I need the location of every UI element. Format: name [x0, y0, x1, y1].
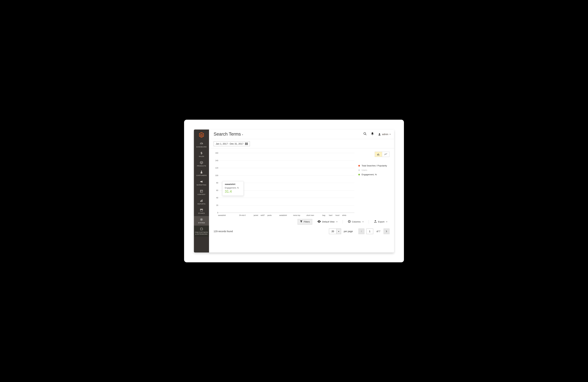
search-icon[interactable]: [363, 132, 367, 136]
gridline: [219, 213, 354, 213]
grid-actions: Filters Default View ▾ Columns ▾: [209, 218, 394, 227]
sidebar-item-system[interactable]: SYSTEM: [194, 216, 209, 226]
gear-icon: [200, 218, 203, 221]
y-axis-tick: 80: [214, 182, 218, 184]
y-axis-tick: 0: [214, 212, 218, 214]
sidebar-item-marketing[interactable]: MARKETING: [194, 178, 209, 188]
sidebar-item-products[interactable]: PRODUCTS: [194, 159, 209, 169]
megaphone-icon: [200, 180, 203, 183]
legend-swatch: [358, 174, 360, 175]
svg-line-16: [202, 219, 202, 219]
svg-point-33: [319, 221, 320, 222]
next-page-button[interactable]: [384, 229, 389, 234]
legend-item[interactable]: Users: [358, 169, 389, 171]
page-title-text: Search Terms: [214, 132, 241, 137]
sidebar-item-content[interactable]: CONTENT: [194, 188, 209, 197]
sidebar-item-reports[interactable]: REPORTS: [194, 197, 209, 207]
admin-account-menu[interactable]: admin ▾: [378, 133, 390, 136]
chart-tooltip: sweatshirt Engagement, % 31.4: [222, 181, 244, 196]
svg-rect-22: [246, 143, 247, 143]
sidebar-item-label: MARKETING: [197, 184, 206, 186]
export-menu[interactable]: Export ▾: [372, 219, 389, 225]
page-size-input[interactable]: [329, 229, 336, 234]
default-view-menu[interactable]: Default View ▾: [315, 219, 340, 224]
chevron-down-icon: ▾: [390, 133, 390, 135]
svg-rect-23: [247, 143, 248, 143]
filters-button[interactable]: Filters: [298, 219, 312, 225]
box-icon: [200, 161, 203, 164]
x-axis-label: hard: [329, 214, 332, 216]
svg-line-15: [202, 220, 202, 221]
sidebar-item-label: SYSTEM: [198, 222, 205, 224]
sidebar-item-dashboard[interactable]: DASHBOARD: [194, 140, 209, 150]
magento-logo[interactable]: [194, 130, 209, 140]
store-icon: [200, 208, 203, 212]
tooltip-metric: Engagement, %: [225, 187, 241, 189]
export-label: Export: [378, 221, 384, 223]
svg-rect-5: [200, 201, 201, 202]
filters-label: Filters: [304, 221, 310, 223]
date-toolbar: Jan 1, 2017 - Dec 31, 2017: [209, 139, 394, 148]
current-page-input[interactable]: [366, 229, 373, 234]
svg-rect-30: [377, 154, 378, 155]
sidebar-item-label: PRODUCTS: [197, 165, 206, 167]
svg-rect-31: [378, 153, 378, 155]
svg-rect-7: [202, 200, 202, 202]
legend-label: Users: [362, 169, 367, 171]
default-view-label: Default View: [322, 221, 335, 223]
x-axis-label: wh07: [261, 214, 265, 216]
y-axis-tick: 100: [214, 174, 218, 176]
calendar-icon: [245, 143, 248, 145]
x-axis-label: mens top: [293, 214, 300, 216]
page-title[interactable]: Search Terms ▾: [214, 132, 243, 137]
line-chart-view-button[interactable]: [382, 152, 389, 157]
sidebar-item-label: FIND PARTNERS & EXTENSIONS: [195, 231, 208, 235]
svg-rect-8: [200, 210, 203, 211]
x-axis-label: swiattshirt: [279, 214, 287, 216]
svg-line-42: [350, 221, 350, 221]
columns-menu[interactable]: Columns ▾: [346, 219, 366, 225]
sidebar-item-label: DASHBOARD: [196, 146, 207, 148]
sidebar-item-sales[interactable]: $SALES: [194, 150, 209, 159]
svg-line-40: [348, 221, 349, 221]
svg-rect-24: [245, 143, 246, 144]
date-range-picker[interactable]: Jan 1, 2017 - Dec 31, 2017: [214, 141, 250, 146]
sidebar-item-label: SALES: [199, 156, 204, 157]
svg-rect-25: [246, 143, 247, 144]
notifications-icon[interactable]: [371, 132, 374, 136]
x-axis-label: sweatshirt: [218, 214, 226, 216]
y-axis-tick: 40: [214, 197, 218, 199]
svg-point-35: [349, 221, 350, 222]
records-found: 129 records found: [214, 230, 233, 233]
sidebar-item-find-partners-extensions[interactable]: FIND PARTNERS & EXTENSIONS: [194, 226, 209, 237]
sidebar-item-customers[interactable]: CUSTOMERS: [194, 169, 209, 178]
chevron-down-icon: ▾: [336, 221, 337, 223]
svg-rect-28: [246, 144, 247, 145]
svg-rect-29: [247, 144, 248, 145]
legend-label: Total Searches / Popularity: [362, 164, 387, 167]
of-pages: of 7: [377, 230, 380, 233]
export-icon: [374, 220, 377, 223]
prev-page-button[interactable]: [358, 229, 364, 234]
legend-item[interactable]: Engagement, %: [358, 173, 389, 176]
x-axis-label: short men: [306, 214, 314, 216]
grid-footer: 129 records found ▾ per page of 7: [209, 227, 394, 237]
legend-swatch: [358, 165, 360, 167]
user-icon: [378, 133, 381, 136]
bars-icon: [200, 199, 203, 202]
legend-item[interactable]: Total Searches / Popularity: [358, 164, 389, 167]
x-axis-label: pants: [267, 214, 272, 216]
sidebar-item-stores[interactable]: STORES: [194, 207, 209, 216]
y-axis-tick: 60: [214, 189, 218, 191]
y-axis-tick: 20: [214, 204, 218, 206]
topbar: Search Terms ▾ admin ▾: [209, 130, 394, 139]
svg-rect-26: [247, 143, 248, 144]
bar-chart-view-button[interactable]: [375, 152, 382, 157]
tooltip-value: 31.4: [225, 189, 241, 194]
gauge-icon: [200, 142, 203, 145]
svg-point-18: [364, 132, 366, 134]
date-range-label: Jan 1, 2017 - Dec 31, 2017: [216, 142, 243, 145]
page-size-dropdown-button[interactable]: ▾: [336, 229, 341, 234]
x-axis-label: 24-mb-0: [239, 214, 245, 216]
sidebar-item-label: CUSTOMERS: [196, 175, 207, 176]
